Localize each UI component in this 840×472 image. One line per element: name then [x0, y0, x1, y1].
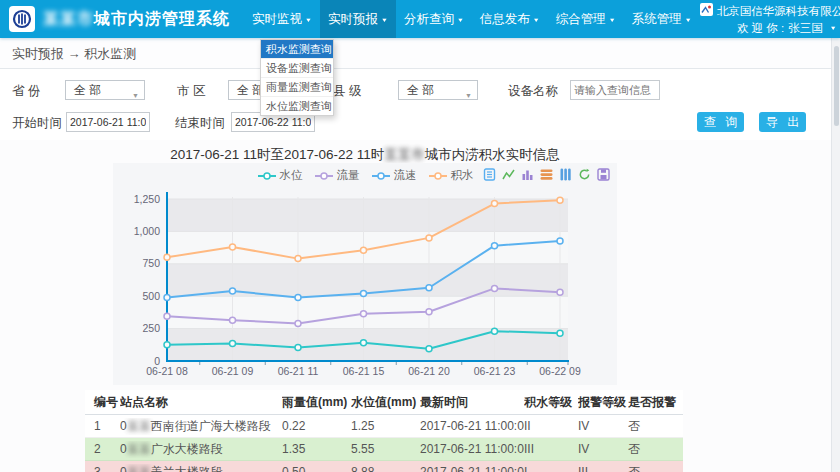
svg-text:750: 750	[142, 257, 160, 269]
legend-marker-icon	[371, 171, 391, 181]
svg-text:06-21 11: 06-21 11	[278, 365, 319, 377]
table-cell: 3	[85, 465, 120, 472]
bar-chart-icon[interactable]	[520, 167, 534, 181]
table-cell: II	[524, 419, 578, 433]
table-cell: I	[524, 465, 578, 472]
dropdown-item-1[interactable]: 设备监测查询	[261, 59, 333, 78]
chevron-down-icon: ▼	[465, 87, 472, 105]
legend-marker-icon	[257, 171, 277, 181]
stack-icon[interactable]	[539, 167, 553, 181]
legend-item-3[interactable]: 积水	[428, 168, 474, 183]
chevron-down-icon: ▼	[685, 16, 692, 22]
query-button[interactable]: 查 询	[697, 112, 744, 132]
dropdown-item-2[interactable]: 雨量监测查询	[261, 78, 333, 97]
table-cell: 1.25	[351, 419, 420, 433]
column-header-0: 编号	[85, 394, 120, 411]
chevron-down-icon: ▼	[533, 16, 540, 22]
page-title: 某某市城市内涝管理系统	[43, 9, 230, 30]
legend-item-2[interactable]: 流速	[371, 168, 417, 183]
column-header-1: 站点名称	[120, 394, 282, 411]
table-cell: 2	[85, 442, 120, 456]
station-name-cell: 0某某西南街道广海大楼路段	[120, 418, 282, 435]
refresh-icon[interactable]	[577, 167, 591, 181]
chevron-down-icon: ▼	[305, 16, 312, 22]
province-select[interactable]: 全 部 ▼	[65, 80, 145, 100]
line-chart-svg[interactable]: 02505007501,0001,25006-21 0806-21 0906-2…	[113, 189, 617, 385]
start-time-label: 开始时间	[12, 115, 62, 132]
export-button[interactable]: 导 出	[759, 112, 806, 132]
app-header: 某某市城市内涝管理系统 实时监视▼实时预报▼分析查询▼信息发布▼综合管理▼系统管…	[0, 0, 840, 38]
end-time-label: 结束时间	[175, 115, 225, 132]
line-chart-icon[interactable]	[501, 167, 515, 181]
vertical-scrollbar[interactable]	[831, 38, 840, 472]
svg-text:06-21 20: 06-21 20	[408, 365, 450, 377]
table-cell: 1.35	[282, 442, 351, 456]
column-header-6: 报警等级	[578, 394, 628, 411]
station-name-cell: 0某某广水大楼路段	[120, 441, 282, 458]
chart-toolbox	[478, 167, 610, 181]
nav-item-0[interactable]: 实时监视▼	[244, 0, 320, 38]
city-label: 市 区	[177, 83, 205, 100]
nav-item-5[interactable]: 系统管理▼	[624, 0, 700, 38]
svg-text:06-21 15: 06-21 15	[343, 365, 385, 377]
nav-item-4[interactable]: 综合管理▼	[548, 0, 624, 38]
device-name-label: 设备名称	[508, 83, 558, 100]
table-cell: 1	[85, 419, 120, 433]
monitoring-table: 编号站点名称雨量值(mm)水位值(mm)最新时间积水等级报警等级是否报警 10某…	[85, 390, 683, 472]
station-name-cell: 0某某美兰大楼路段	[120, 464, 282, 472]
county-select[interactable]: 全 部 ▼	[398, 80, 478, 100]
table-row[interactable]: 20某某广水大楼路段1.355.552017-06-21 11:00:00III…	[85, 438, 683, 461]
table-body: 10某某西南街道广海大楼路段0.221.252017-06-21 11:00:0…	[85, 415, 683, 472]
nav-item-1[interactable]: 实时预报▼	[320, 0, 396, 38]
table-row[interactable]: 10某某西南街道广海大楼路段0.221.252017-06-21 11:00:0…	[85, 415, 683, 438]
table-cell: 0.50	[282, 465, 351, 472]
legend-marker-icon	[428, 171, 448, 181]
column-header-5: 积水等级	[524, 394, 578, 411]
table-cell: IV	[578, 419, 628, 433]
table-cell: 2017-06-21 11:00:00	[420, 442, 524, 456]
dropdown-item-0[interactable]: 积水监测查询	[261, 40, 333, 59]
svg-text:500: 500	[142, 290, 160, 302]
county-label: 县 级	[333, 83, 361, 100]
nav-item-3[interactable]: 信息发布▼	[472, 0, 548, 38]
save-image-icon[interactable]	[596, 167, 610, 181]
filter-panel: 省 份 全 部 ▼ 市 区 全 部 ▼ 县 级 全 部 ▼ 设备名称 开始时间 …	[0, 70, 840, 141]
legend-marker-icon	[314, 171, 334, 181]
user-menu[interactable]: 张三国	[788, 20, 823, 36]
legend-item-1[interactable]: 流量	[314, 168, 360, 183]
station-code-blurred: 某某	[127, 442, 151, 456]
scrollbar-thumb[interactable]	[834, 46, 839, 126]
data-view-icon[interactable]	[482, 167, 496, 181]
table-cell: 2017-06-21 11:00:00	[420, 419, 524, 433]
table-cell: III	[578, 465, 628, 472]
header-right: 北京国信华源科技有限公司 欢 迎 你 : 张三国 ▼	[700, 3, 840, 36]
svg-text:1,000: 1,000	[134, 225, 160, 237]
table-cell: III	[524, 442, 578, 456]
svg-text:06-21 09: 06-21 09	[212, 365, 254, 377]
chevron-down-icon[interactable]: ▼	[830, 21, 837, 34]
main-nav: 实时监视▼实时预报▼分析查询▼信息发布▼综合管理▼系统管理▼	[244, 0, 700, 38]
table-cell: 2017-06-21 11:00:00	[420, 465, 524, 472]
device-name-input[interactable]	[570, 80, 660, 100]
welcome-text: 欢 迎 你 :	[737, 20, 784, 36]
column-header-4: 最新时间	[420, 394, 524, 411]
tiled-icon[interactable]	[558, 167, 572, 181]
table-cell: IV	[578, 442, 628, 456]
table-header-row: 编号站点名称雨量值(mm)水位值(mm)最新时间积水等级报警等级是否报警	[85, 390, 683, 415]
station-code-blurred: 某某	[127, 419, 151, 433]
chevron-down-icon: ▼	[132, 87, 139, 105]
chart-title: 2017-06-21 11时至2017-06-22 11时某某市城市内涝积水实时…	[113, 146, 617, 164]
svg-text:250: 250	[142, 322, 160, 334]
dropdown-item-3[interactable]: 水位监测查询	[261, 97, 333, 115]
start-time-input[interactable]	[66, 112, 150, 132]
table-cell: 否	[628, 464, 683, 472]
table-cell: 0.22	[282, 419, 351, 433]
nav-item-2[interactable]: 分析查询▼	[396, 0, 472, 38]
chevron-down-icon: ▼	[457, 16, 464, 22]
legend-item-0[interactable]: 水位	[257, 168, 303, 183]
table-row[interactable]: 30某某美兰大楼路段0.508.882017-06-21 11:00:00III…	[85, 461, 683, 472]
title-blurred-city: 某某市	[43, 10, 94, 27]
province-label: 省 份	[12, 83, 40, 100]
table-cell: 8.88	[351, 465, 420, 472]
chart-panel: 水位流量流速积水 02505007501,0001	[113, 163, 617, 385]
